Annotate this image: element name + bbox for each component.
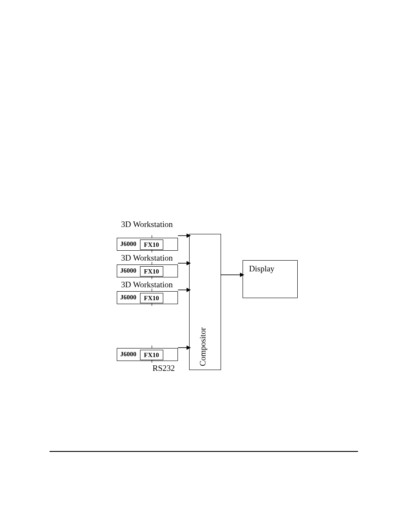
workstation-1-label: 3D Workstation — [121, 220, 173, 229]
workstation-2-host-label: J6000 — [120, 267, 137, 274]
workstation-4-tick-bottom — [152, 360, 152, 363]
compositor-label: Compositor — [198, 327, 208, 366]
arrow-ws3-to-compositor — [178, 287, 191, 293]
workstation-1-tick — [152, 235, 152, 238]
svg-marker-3 — [187, 261, 191, 265]
workstation-4-tick — [152, 345, 152, 348]
workstation-3-label: 3D Workstation — [121, 280, 173, 289]
arrow-ws4-to-compositor — [178, 345, 191, 351]
workstation-4-card-label: FX10 — [144, 352, 159, 359]
svg-marker-7 — [187, 345, 191, 350]
arrow-ws2-to-compositor — [178, 260, 191, 266]
workstation-3-card-label: FX10 — [144, 295, 159, 302]
page: 3D Workstation J6000 FX10 3D Workstation… — [0, 0, 411, 532]
workstation-2-tick-bottom — [152, 277, 152, 279]
rs232-label: RS232 — [153, 364, 175, 373]
footer-rule — [50, 451, 358, 452]
display-label: Display — [249, 264, 274, 274]
workstation-4-host-label: J6000 — [120, 351, 137, 358]
workstation-3-tick — [152, 289, 152, 291]
workstation-1-tick-bottom — [152, 250, 152, 252]
svg-marker-1 — [187, 233, 191, 238]
svg-marker-5 — [187, 288, 191, 292]
workstation-3-tick-bottom — [152, 303, 152, 306]
workstation-2-tick — [152, 262, 152, 264]
workstation-1-card-label: FX10 — [144, 241, 159, 249]
workstation-2-label: 3D Workstation — [121, 253, 173, 263]
workstation-3-host-label: J6000 — [120, 294, 137, 301]
arrow-ws1-to-compositor — [178, 233, 191, 239]
workstation-1-host-label: J6000 — [120, 240, 137, 248]
workstation-2-card-label: FX10 — [144, 268, 159, 275]
arrow-compositor-to-display — [221, 272, 244, 278]
svg-marker-9 — [240, 273, 244, 277]
